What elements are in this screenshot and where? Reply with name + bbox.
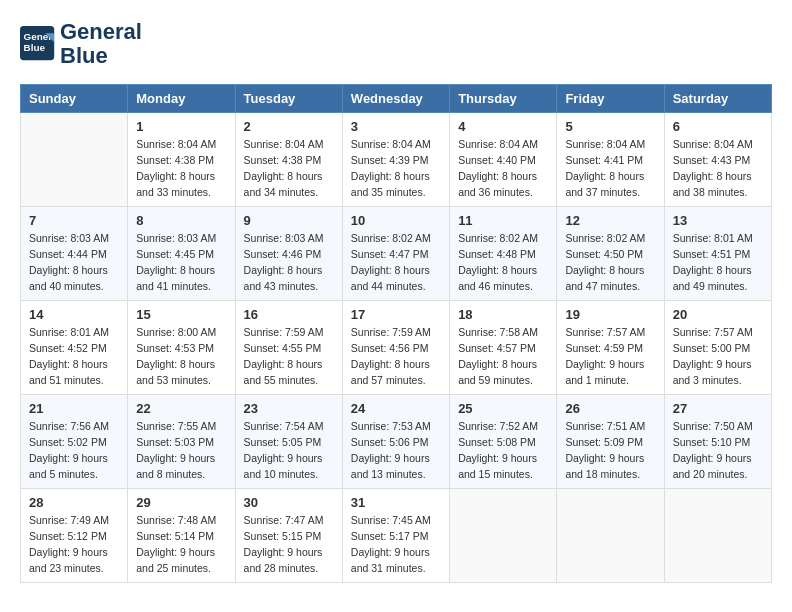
day-number: 10 [351,213,441,228]
calendar-cell: 19Sunrise: 7:57 AM Sunset: 4:59 PM Dayli… [557,301,664,395]
day-info: Sunrise: 8:04 AM Sunset: 4:39 PM Dayligh… [351,137,441,200]
day-number: 6 [673,119,763,134]
calendar-cell: 4Sunrise: 8:04 AM Sunset: 4:40 PM Daylig… [450,113,557,207]
day-info: Sunrise: 7:56 AM Sunset: 5:02 PM Dayligh… [29,419,119,482]
day-number: 4 [458,119,548,134]
day-info: Sunrise: 8:04 AM Sunset: 4:40 PM Dayligh… [458,137,548,200]
day-info: Sunrise: 7:50 AM Sunset: 5:10 PM Dayligh… [673,419,763,482]
day-number: 20 [673,307,763,322]
calendar-cell: 12Sunrise: 8:02 AM Sunset: 4:50 PM Dayli… [557,207,664,301]
day-number: 28 [29,495,119,510]
day-number: 17 [351,307,441,322]
day-number: 23 [244,401,334,416]
day-info: Sunrise: 7:51 AM Sunset: 5:09 PM Dayligh… [565,419,655,482]
day-number: 5 [565,119,655,134]
week-row-1: 1Sunrise: 8:04 AM Sunset: 4:38 PM Daylig… [21,113,772,207]
day-info: Sunrise: 8:03 AM Sunset: 4:46 PM Dayligh… [244,231,334,294]
day-number: 1 [136,119,226,134]
calendar-cell: 11Sunrise: 8:02 AM Sunset: 4:48 PM Dayli… [450,207,557,301]
day-number: 19 [565,307,655,322]
day-info: Sunrise: 7:59 AM Sunset: 4:55 PM Dayligh… [244,325,334,388]
calendar-cell: 22Sunrise: 7:55 AM Sunset: 5:03 PM Dayli… [128,395,235,489]
day-info: Sunrise: 7:57 AM Sunset: 4:59 PM Dayligh… [565,325,655,388]
calendar-cell: 8Sunrise: 8:03 AM Sunset: 4:45 PM Daylig… [128,207,235,301]
day-number: 22 [136,401,226,416]
day-number: 9 [244,213,334,228]
day-info: Sunrise: 8:01 AM Sunset: 4:51 PM Dayligh… [673,231,763,294]
calendar-cell: 21Sunrise: 7:56 AM Sunset: 5:02 PM Dayli… [21,395,128,489]
logo-icon: General Blue [20,26,56,62]
day-info: Sunrise: 7:49 AM Sunset: 5:12 PM Dayligh… [29,513,119,576]
calendar-cell: 30Sunrise: 7:47 AM Sunset: 5:15 PM Dayli… [235,489,342,583]
day-info: Sunrise: 8:02 AM Sunset: 4:47 PM Dayligh… [351,231,441,294]
calendar-cell: 20Sunrise: 7:57 AM Sunset: 5:00 PM Dayli… [664,301,771,395]
calendar-cell: 17Sunrise: 7:59 AM Sunset: 4:56 PM Dayli… [342,301,449,395]
weekday-header-row: SundayMondayTuesdayWednesdayThursdayFrid… [21,85,772,113]
calendar-cell: 23Sunrise: 7:54 AM Sunset: 5:05 PM Dayli… [235,395,342,489]
calendar-cell: 16Sunrise: 7:59 AM Sunset: 4:55 PM Dayli… [235,301,342,395]
weekday-header-monday: Monday [128,85,235,113]
calendar-cell: 28Sunrise: 7:49 AM Sunset: 5:12 PM Dayli… [21,489,128,583]
day-number: 12 [565,213,655,228]
day-number: 3 [351,119,441,134]
day-number: 25 [458,401,548,416]
calendar-cell [450,489,557,583]
day-number: 29 [136,495,226,510]
calendar-cell: 26Sunrise: 7:51 AM Sunset: 5:09 PM Dayli… [557,395,664,489]
day-number: 14 [29,307,119,322]
day-info: Sunrise: 7:55 AM Sunset: 5:03 PM Dayligh… [136,419,226,482]
logo-text: General Blue [60,20,142,68]
calendar-cell [21,113,128,207]
calendar-cell: 6Sunrise: 8:04 AM Sunset: 4:43 PM Daylig… [664,113,771,207]
calendar-cell: 13Sunrise: 8:01 AM Sunset: 4:51 PM Dayli… [664,207,771,301]
calendar-cell: 29Sunrise: 7:48 AM Sunset: 5:14 PM Dayli… [128,489,235,583]
day-number: 11 [458,213,548,228]
day-info: Sunrise: 7:59 AM Sunset: 4:56 PM Dayligh… [351,325,441,388]
day-info: Sunrise: 7:58 AM Sunset: 4:57 PM Dayligh… [458,325,548,388]
calendar-cell: 25Sunrise: 7:52 AM Sunset: 5:08 PM Dayli… [450,395,557,489]
day-number: 31 [351,495,441,510]
day-info: Sunrise: 8:00 AM Sunset: 4:53 PM Dayligh… [136,325,226,388]
logo: General Blue General Blue [20,20,142,68]
week-row-3: 14Sunrise: 8:01 AM Sunset: 4:52 PM Dayli… [21,301,772,395]
calendar-cell: 27Sunrise: 7:50 AM Sunset: 5:10 PM Dayli… [664,395,771,489]
day-number: 30 [244,495,334,510]
day-info: Sunrise: 8:02 AM Sunset: 4:50 PM Dayligh… [565,231,655,294]
calendar-cell: 15Sunrise: 8:00 AM Sunset: 4:53 PM Dayli… [128,301,235,395]
calendar-cell: 1Sunrise: 8:04 AM Sunset: 4:38 PM Daylig… [128,113,235,207]
weekday-header-wednesday: Wednesday [342,85,449,113]
day-info: Sunrise: 7:45 AM Sunset: 5:17 PM Dayligh… [351,513,441,576]
day-info: Sunrise: 8:04 AM Sunset: 4:41 PM Dayligh… [565,137,655,200]
weekday-header-thursday: Thursday [450,85,557,113]
day-info: Sunrise: 7:57 AM Sunset: 5:00 PM Dayligh… [673,325,763,388]
day-number: 2 [244,119,334,134]
calendar-cell: 2Sunrise: 8:04 AM Sunset: 4:38 PM Daylig… [235,113,342,207]
calendar-cell: 24Sunrise: 7:53 AM Sunset: 5:06 PM Dayli… [342,395,449,489]
calendar-cell: 14Sunrise: 8:01 AM Sunset: 4:52 PM Dayli… [21,301,128,395]
calendar-cell: 3Sunrise: 8:04 AM Sunset: 4:39 PM Daylig… [342,113,449,207]
week-row-2: 7Sunrise: 8:03 AM Sunset: 4:44 PM Daylig… [21,207,772,301]
day-info: Sunrise: 8:04 AM Sunset: 4:38 PM Dayligh… [136,137,226,200]
day-number: 15 [136,307,226,322]
calendar-table: SundayMondayTuesdayWednesdayThursdayFrid… [20,84,772,583]
weekday-header-saturday: Saturday [664,85,771,113]
day-number: 7 [29,213,119,228]
day-info: Sunrise: 8:02 AM Sunset: 4:48 PM Dayligh… [458,231,548,294]
page-header: General Blue General Blue [20,20,772,68]
svg-text:Blue: Blue [24,42,46,53]
day-number: 16 [244,307,334,322]
week-row-4: 21Sunrise: 7:56 AM Sunset: 5:02 PM Dayli… [21,395,772,489]
day-info: Sunrise: 7:47 AM Sunset: 5:15 PM Dayligh… [244,513,334,576]
calendar-cell: 18Sunrise: 7:58 AM Sunset: 4:57 PM Dayli… [450,301,557,395]
day-number: 27 [673,401,763,416]
calendar-cell: 10Sunrise: 8:02 AM Sunset: 4:47 PM Dayli… [342,207,449,301]
calendar-cell [664,489,771,583]
day-info: Sunrise: 7:48 AM Sunset: 5:14 PM Dayligh… [136,513,226,576]
day-info: Sunrise: 8:03 AM Sunset: 4:45 PM Dayligh… [136,231,226,294]
calendar-cell: 31Sunrise: 7:45 AM Sunset: 5:17 PM Dayli… [342,489,449,583]
weekday-header-sunday: Sunday [21,85,128,113]
weekday-header-tuesday: Tuesday [235,85,342,113]
day-number: 8 [136,213,226,228]
calendar-cell: 7Sunrise: 8:03 AM Sunset: 4:44 PM Daylig… [21,207,128,301]
day-info: Sunrise: 8:01 AM Sunset: 4:52 PM Dayligh… [29,325,119,388]
